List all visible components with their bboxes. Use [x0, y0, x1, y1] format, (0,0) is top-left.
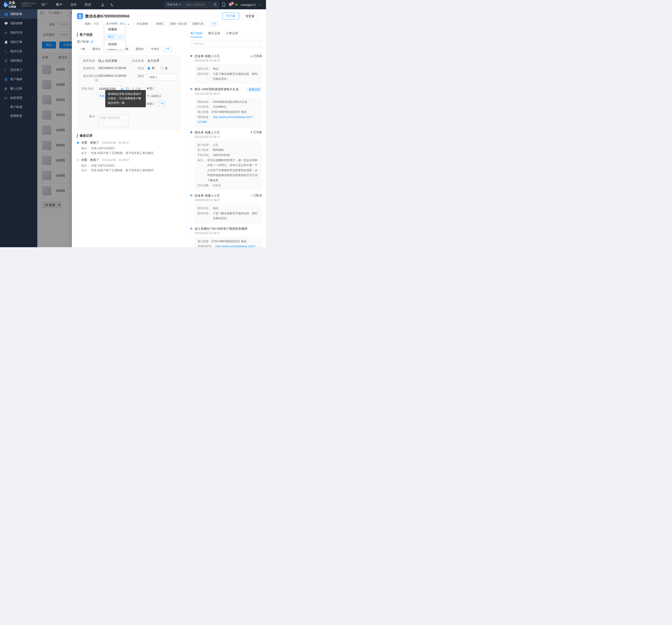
tag[interactable]: 中意向	[148, 46, 162, 52]
sidebar-icon: 🛒	[4, 59, 7, 62]
tag[interactable]: 一般	[77, 46, 88, 52]
sidebar-item[interactable]: 👥我的好友	[0, 9, 37, 19]
group-chip[interactable]: 群聊六群	[190, 22, 206, 26]
place-order-button[interactable]: 代下单	[222, 12, 239, 20]
dropdown-item[interactable]: 俱保咏	[105, 41, 125, 48]
search-type-select[interactable]: 手机号码 ▼	[165, 2, 184, 8]
search-input[interactable]	[184, 2, 212, 8]
panel-title: 微信名称6789990000966	[85, 14, 129, 19]
chevron-up-icon: ▲	[127, 23, 129, 25]
sidebar-item[interactable]: 🗑删人记录	[0, 84, 37, 93]
customer-icon	[77, 13, 83, 19]
sidebar-icon: 👥	[4, 12, 7, 16]
sidebar-sub-item[interactable]: 群聊标签	[0, 111, 37, 120]
dropdown-item[interactable]: 师馨薇	[105, 26, 125, 33]
remark-textarea[interactable]: 请输入备注内容	[98, 114, 128, 127]
tag[interactable]: 高意向	[90, 46, 103, 52]
gender-male-radio[interactable]: 男	[147, 66, 155, 70]
timeline-dot	[190, 195, 192, 196]
group-chip[interactable]: 群聊三	[154, 22, 167, 26]
phone-icon[interactable]	[110, 3, 114, 6]
group-more[interactable]: +4	[211, 22, 218, 26]
sidebar-sub-item[interactable]: 客户标签	[0, 103, 37, 111]
timeline-dot	[190, 88, 192, 90]
pay-deposit-button[interactable]: 交定金	[241, 12, 259, 20]
svg-point-4	[79, 15, 81, 16]
sidebar-item[interactable]: 🎓我的学员	[0, 28, 37, 37]
sidebar-item[interactable]: 📞电话记录	[0, 47, 37, 56]
svg-point-1	[214, 3, 216, 6]
tag-more[interactable]: +4	[164, 46, 171, 52]
personal-tag[interactable]: 个人标签12	[144, 93, 164, 99]
tag[interactable]: 高意向	[133, 46, 146, 52]
svg-point-0	[102, 3, 103, 5]
topnav-tab[interactable]: 数据	[81, 0, 95, 9]
sidebar-icon: 🎓	[4, 31, 7, 34]
wechat-input[interactable]	[147, 74, 177, 80]
search-box: 手机号码 ▼	[164, 1, 219, 8]
topnav: 云朵CRM 教育机构一站 式服务云平台 推广客户质检数据 手机号码 ▼ 5 ma…	[0, 0, 266, 9]
timeline-dot	[77, 142, 79, 144]
chevron-down-icon: ▼	[259, 3, 261, 6]
group-chip[interactable]: 群聊一群大群	[168, 22, 189, 26]
logo[interactable]: 云朵CRM 教育机构一站 式服务云平台	[0, 1, 37, 9]
topnav-tab[interactable]: 质检	[66, 0, 81, 9]
chevron-up-icon: ˄	[32, 97, 33, 99]
timeline-dot	[190, 131, 192, 133]
timeline-dot	[190, 228, 192, 229]
mobile-icon[interactable]	[222, 3, 225, 7]
right-tab[interactable]: 客户动态	[190, 30, 202, 37]
gender-female-radio[interactable]: 女	[160, 66, 168, 70]
tag-more[interactable]: +4	[159, 101, 166, 107]
sidebar: 👥我的好友💬我的群聊🎓我的学员📋我的订单📞电话记录🛒我的商品⤴流失客户👤客户继承…	[0, 9, 37, 247]
sidebar-item[interactable]: 💬我的群聊	[0, 19, 37, 28]
sidebar-item[interactable]: 👤客户继承	[0, 75, 37, 84]
topnav-tab[interactable]: 客户	[52, 0, 66, 9]
sidebar-icon: 👤	[4, 78, 7, 81]
user-icon[interactable]	[101, 3, 104, 6]
sidebar-icon: 🏷	[4, 96, 7, 100]
notification-icon[interactable]: 5	[229, 3, 232, 7]
sidebar-item[interactable]: ⤴流失客户	[0, 65, 37, 75]
sidebar-item[interactable]: 🛒我的商品	[0, 56, 37, 65]
manager-dropdown: 师馨薇张三✓俱保咏	[105, 25, 125, 49]
status-dot	[235, 4, 237, 6]
sidebar-icon: 📋	[4, 40, 7, 44]
search-button[interactable]	[212, 1, 219, 8]
activity-filter-select[interactable]: 全部动态⌄	[190, 40, 262, 47]
personal-tag[interactable]: 标签1	[144, 101, 157, 107]
right-tab[interactable]: 订单记录	[226, 30, 238, 37]
phone-merge-tooltip: 查询到此手机号码在系统中已存在，可以将两条客户数据合并为一条	[105, 90, 146, 107]
dropdown-item[interactable]: 张三✓	[105, 33, 125, 41]
see-detail[interactable]: 查看详情	[247, 87, 262, 92]
topnav-tab[interactable]: 推广	[37, 0, 52, 9]
sidebar-item[interactable]: 📋我的订单	[0, 37, 37, 47]
sidebar-icon: 🗑	[4, 87, 7, 90]
sidebar-icon: 📞	[4, 50, 7, 53]
sidebar-item[interactable]: 🏷标签管理˄	[0, 93, 37, 103]
sidebar-icon: 💬	[4, 22, 7, 25]
user-menu[interactable]: manager11	[241, 3, 256, 6]
edit-icon[interactable]	[91, 40, 94, 43]
sidebar-icon: ⤴	[4, 68, 7, 72]
personal-tag[interactable]: 标签1	[144, 85, 157, 92]
customer-panel: 微信名称6789990000966 代下单 交定金 昵称：小王 | 客户经理：张…	[72, 9, 266, 247]
timeline-dot	[190, 55, 192, 57]
svg-point-3	[223, 6, 224, 6]
right-tab[interactable]: 聊天记录	[208, 30, 220, 37]
timeline-dot	[77, 159, 79, 161]
logo-icon	[4, 2, 7, 7]
